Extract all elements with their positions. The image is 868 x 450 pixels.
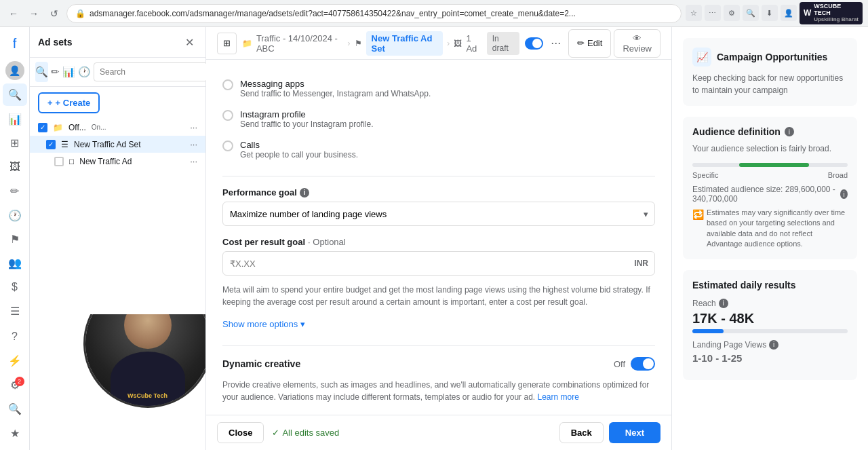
pencil-icon: ✏	[10, 185, 19, 198]
top-bar-actions: In draft ··· ✏ Edit 👁 Review	[487, 29, 660, 58]
opportunity-icon: 📈	[692, 48, 711, 67]
toggle-off-label: Off	[614, 359, 625, 369]
more-options-button[interactable]: ···	[549, 35, 563, 52]
audience-size-info-icon[interactable]: i	[840, 189, 848, 199]
extension-icon[interactable]: ⋯	[705, 5, 721, 21]
sidebar-item-question[interactable]: ?	[3, 326, 27, 348]
breadcrumb-ad: 1 Ad	[466, 33, 481, 54]
sidebar-item-star[interactable]: ★	[3, 422, 27, 445]
bookmark-icon[interactable]: ☆	[686, 5, 702, 21]
panel-search-input[interactable]	[94, 62, 208, 81]
search-tool-button[interactable]: 🔍	[35, 62, 48, 82]
sidebar-item-avatar[interactable]: 👤	[3, 59, 27, 81]
bottom-bar: Close ✓ All edits saved Back Next	[206, 415, 671, 450]
edit-tool-button[interactable]: ✏	[51, 62, 60, 82]
sidebar-item-search-bottom[interactable]: 🔍	[3, 398, 27, 420]
audience-size: Estimated audience size: 289,600,000 - 3…	[692, 185, 848, 204]
columns-toggle-button[interactable]: ⊞	[217, 33, 237, 54]
video-person: WsCube Tech	[83, 314, 206, 408]
performance-goal-info-icon[interactable]: i	[300, 188, 309, 198]
main-content: ⊞ 📁 Traffic - 14/10/2024 - ABC › ⚑ New T…	[206, 27, 671, 450]
profile-icon[interactable]: 👤	[781, 5, 797, 21]
search-bottom-icon: 🔍	[8, 402, 22, 415]
edit-tool-icon: ✏	[51, 66, 60, 78]
image-icon: 🖼	[9, 161, 20, 173]
back-button-bottom[interactable]: Back	[559, 422, 604, 443]
extension-4-icon[interactable]: ⬇	[762, 5, 778, 21]
landing-page-views-value: 1-10 - 1-25	[692, 352, 848, 364]
sidebar-item-settings[interactable]: ⚙ 2	[3, 374, 27, 396]
dollar-icon: $	[12, 281, 18, 293]
campaign-row[interactable]: ✓ 📁 Off... On... ···	[30, 119, 205, 136]
adset-checkbox: ✓	[46, 140, 56, 149]
learn-more-link[interactable]: Learn more	[537, 392, 578, 402]
audience-header: Audience definition i	[692, 126, 848, 137]
sidebar-item-clock[interactable]: 🕐	[3, 204, 27, 226]
next-button[interactable]: Next	[609, 422, 660, 443]
instagram-profile-radio[interactable]	[222, 110, 233, 121]
reach-label: Reach i	[692, 299, 848, 308]
messaging-apps-desc: Send traffic to Messenger, Instagram and…	[240, 89, 431, 98]
sidebar-item-flag[interactable]: ⚑	[3, 228, 27, 250]
sidebar-item-pencil[interactable]: ✏	[3, 180, 27, 202]
landing-page-info-icon[interactable]: i	[769, 340, 778, 350]
adset-menu-icon[interactable]: ···	[190, 139, 197, 149]
panel-content: + + Create ✓ 📁 Off... On... ··· ✓ ☰ New …	[30, 87, 205, 314]
clock-tool-button[interactable]: 🕐	[78, 62, 91, 82]
sidebar-item-dollar[interactable]: $	[3, 276, 27, 299]
calls-desc: Get people to call your business.	[240, 150, 358, 160]
campaign-menu-icon[interactable]: ···	[190, 122, 197, 132]
ad-menu-icon[interactable]: ···	[190, 156, 197, 166]
app-container: f 👤 🔍 📊 ⊞ 🖼 ✏ 🕐 ⚑ 👥 $	[0, 27, 868, 450]
adset-icon: ☰	[61, 140, 68, 149]
people-icon: 👥	[8, 257, 22, 269]
browser-bar: ← → ↺ 🔒 adsmanager.facebook.com/adsmanag…	[0, 0, 868, 27]
ad-label: New Traffic Ad	[79, 157, 132, 166]
sidebar-item-people[interactable]: 👥	[3, 252, 27, 274]
currency-suffix: INR	[634, 259, 648, 268]
dynamic-creative-toggle-wrapper: Off	[614, 357, 655, 371]
ad-row[interactable]: □ New Traffic Ad ···	[30, 153, 205, 170]
calls-option[interactable]: Calls Get people to call your business.	[222, 134, 655, 165]
eye-icon: 👁	[633, 33, 642, 43]
refresh-button[interactable]: ↺	[46, 5, 62, 22]
wscube-logo: W WSCUBETECHUpskilling Bharat	[800, 2, 863, 25]
bars-icon: ☰	[10, 305, 20, 318]
sidebar-item-image[interactable]: 🖼	[3, 155, 27, 178]
messaging-apps-option[interactable]: Messaging apps Send traffic to Messenger…	[222, 73, 655, 104]
panel-close-button[interactable]: ✕	[181, 34, 197, 50]
cost-per-result-input[interactable]	[222, 251, 655, 276]
question-icon: ?	[12, 331, 18, 343]
adset-row[interactable]: ✓ ☰ New Traffic Ad Set ···	[30, 136, 205, 153]
review-button[interactable]: 👁 Review	[614, 29, 660, 58]
chart-tool-button[interactable]: 📊	[62, 62, 75, 82]
sidebar-item-activity[interactable]: ⚡	[3, 350, 27, 372]
messaging-apps-radio[interactable]	[222, 79, 233, 90]
sidebar-item-search[interactable]: 🔍	[3, 83, 27, 106]
edit-button[interactable]: ✏ Edit	[568, 29, 611, 58]
audience-info-icon[interactable]: i	[785, 127, 794, 136]
estimate-icon: 🔁	[692, 208, 704, 222]
instagram-profile-option[interactable]: Instagram profile Send traffic to your I…	[222, 104, 655, 134]
landing-page-views-label: Landing Page Views i	[692, 340, 848, 350]
daily-results-title: Estimated daily results	[692, 280, 848, 290]
forward-button[interactable]: →	[26, 5, 42, 22]
extension-2-icon[interactable]: ⚙	[724, 5, 740, 21]
reach-info-icon[interactable]: i	[719, 299, 728, 308]
show-more-link[interactable]: Show more options ▾	[222, 319, 655, 329]
performance-goal-select[interactable]: Maximize number of landing page views	[222, 202, 655, 226]
optional-label: · Optional	[308, 237, 346, 247]
sidebar-item-bars[interactable]: ☰	[3, 300, 27, 322]
url-bar[interactable]: 🔒 adsmanager.facebook.com/adsmanager/man…	[66, 4, 682, 23]
search-tool-icon: 🔍	[35, 66, 48, 78]
dynamic-creative-toggle[interactable]	[631, 357, 655, 371]
close-bottom-button[interactable]: Close	[217, 422, 264, 443]
extension-3-icon[interactable]: 🔍	[743, 5, 759, 21]
sidebar-item-chart[interactable]: 📊	[3, 107, 27, 130]
sidebar-item-grid[interactable]: ⊞	[3, 132, 27, 154]
calls-radio[interactable]	[222, 140, 233, 151]
create-button[interactable]: + + Create	[38, 92, 100, 113]
status-toggle[interactable]	[525, 37, 543, 50]
back-button[interactable]: ←	[5, 5, 22, 22]
activity-icon: ⚡	[8, 354, 22, 367]
